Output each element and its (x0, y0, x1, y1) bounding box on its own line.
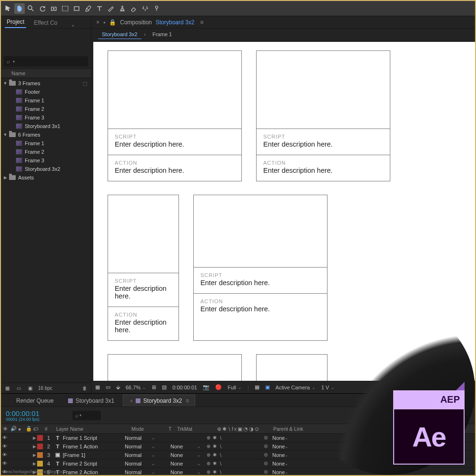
layer-parent[interactable]: None (270, 452, 285, 458)
mask-icon[interactable]: ▭ (106, 384, 110, 390)
tool-pin[interactable] (151, 3, 162, 14)
layer-switches[interactable]: ⊕ ✱ ∖ (205, 435, 261, 440)
layer-parent[interactable]: None (270, 444, 285, 449)
mode-dropdown-icon[interactable]: ⌄ (151, 470, 159, 475)
tab-effects[interactable]: Effect Co (32, 18, 59, 28)
parent-dropdown-icon[interactable]: ⌄ (285, 453, 292, 457)
tree-comp-sb3x2[interactable]: Storyboard 3x2 (1, 165, 91, 173)
layer-switches[interactable]: ⊕ ✱ ∖ (205, 452, 261, 457)
tool-rect[interactable] (71, 3, 82, 14)
layer-color-swatch[interactable] (37, 435, 43, 441)
parent-pickwhip-icon[interactable]: ⊚ (261, 469, 270, 475)
layer-search[interactable]: ⌕▾ (72, 411, 101, 420)
tool-select[interactable] (3, 3, 13, 14)
tool-hand[interactable] (14, 3, 25, 14)
parent-dropdown-icon[interactable]: ⌄ (285, 444, 292, 449)
layer-color-swatch[interactable] (37, 444, 43, 449)
layer-visible-toggle[interactable]: 👁 (1, 461, 9, 466)
col-solo-icon[interactable]: ● (16, 426, 24, 432)
snapshot-icon[interactable]: 📷 (203, 384, 209, 390)
layer-visible-toggle[interactable]: 👁 (1, 452, 9, 457)
mode-dropdown-icon[interactable]: ⌄ (151, 444, 159, 449)
aspect-icon[interactable]: ⊞ (152, 384, 156, 390)
layer-name[interactable]: Frame 1 Script (61, 435, 122, 441)
flowchart-icon[interactable]: ⬚ (83, 81, 87, 86)
tree-comp-sb3x1[interactable]: Storyboard 3x1 (1, 122, 91, 130)
mode-dropdown-icon[interactable]: ⌄ (151, 461, 159, 466)
viewer-menu-icon[interactable]: ≡ (200, 19, 203, 26)
tool-text[interactable] (94, 3, 105, 14)
transparency-icon[interactable]: ▦ (255, 384, 259, 390)
layer-parent[interactable]: None (270, 435, 285, 441)
tool-region[interactable] (60, 3, 70, 14)
layer-mode[interactable]: Normal (122, 469, 151, 475)
layer-mode[interactable]: Normal (122, 435, 151, 441)
panel-overflow-icon[interactable]: » (72, 23, 74, 28)
parent-pickwhip-icon[interactable]: ⊚ (261, 435, 270, 441)
tool-pen[interactable] (83, 3, 93, 14)
col-label-icon[interactable]: 🏷 (31, 426, 43, 432)
layer-trkmat[interactable]: None (168, 452, 197, 458)
tool-roto[interactable] (140, 3, 150, 14)
layer-visible-toggle[interactable]: 👁 (1, 444, 9, 449)
guides-icon[interactable]: ⬙ (116, 384, 120, 390)
tool-orbit[interactable] (37, 3, 48, 14)
layer-twirl[interactable]: ▶ (31, 461, 37, 466)
crumb-child[interactable]: Frame 1 (149, 30, 176, 39)
trash-icon[interactable]: 🗑 (81, 385, 88, 392)
lock-icon[interactable]: 🔒 (109, 19, 116, 26)
pin-icon[interactable]: ▪ (103, 19, 105, 26)
3d-icon[interactable]: ▣ (265, 384, 270, 390)
layer-parent[interactable]: None (270, 469, 285, 475)
layer-mode[interactable]: Normal (122, 452, 151, 458)
layer-switches[interactable]: ⊕ ✱ ∖ (205, 469, 261, 475)
tree-comp-frame1a[interactable]: Frame 1 (1, 96, 91, 105)
script-text[interactable]: Enter description here. (263, 140, 383, 148)
layer-trkmat[interactable]: None (168, 461, 197, 466)
layer-switches[interactable]: ⊕ ✱ ∖ (205, 461, 261, 466)
action-text[interactable]: Enter description here. (200, 305, 320, 313)
tab-project[interactable]: Project (5, 17, 26, 28)
layer-color-swatch[interactable] (37, 461, 43, 466)
tree-folder-assets[interactable]: ▶Assets (1, 173, 91, 182)
parent-pickwhip-icon[interactable]: ⊚ (261, 443, 270, 449)
tree-comp-frame3a[interactable]: Frame 3 (1, 113, 91, 122)
layer-name[interactable]: Frame 1 Action (61, 444, 122, 449)
tab-sb3x2[interactable]: ×Storyboard 3x2≡ (123, 395, 195, 407)
script-text[interactable]: Enter description here. (115, 285, 172, 300)
tree-comp-frame3b[interactable]: Frame 3 (1, 156, 91, 165)
close-tab-icon[interactable]: × (96, 19, 99, 26)
tree-comp-footer[interactable]: Footer (1, 88, 91, 96)
layer-trkmat[interactable]: None (168, 444, 197, 449)
trk-dropdown-icon[interactable]: ⌄ (197, 461, 205, 466)
mode-dropdown-icon[interactable]: ⌄ (151, 453, 159, 457)
timecode[interactable]: 0:00:00:01 (6, 409, 72, 417)
layer-switches[interactable]: ⊕ ✱ ∖ (205, 444, 261, 449)
time-display[interactable]: 0:00:00:01 (172, 385, 197, 390)
col-video-icon[interactable]: 👁 (1, 426, 9, 432)
interpret-icon[interactable]: ▦ (4, 385, 10, 392)
tree-folder-3frames[interactable]: ▼3 Frames⬚ (1, 79, 91, 88)
trk-dropdown-icon[interactable]: ⌄ (197, 470, 205, 475)
res-icon[interactable]: ▧ (162, 384, 167, 390)
layer-parent[interactable]: None (270, 461, 285, 466)
tree-comp-frame1b[interactable]: Frame 1 (1, 139, 91, 148)
new-comp-icon[interactable]: ▣ (27, 385, 33, 392)
action-text[interactable]: Enter description here. (115, 167, 235, 174)
tool-brush[interactable] (106, 3, 116, 14)
layer-color-swatch[interactable] (37, 452, 43, 458)
tree-comp-frame2b[interactable]: Frame 2 (1, 148, 91, 156)
zoom-dropdown[interactable]: 66.7% (126, 385, 146, 390)
col-lock-icon[interactable]: 🔒 (24, 426, 31, 432)
parent-dropdown-icon[interactable]: ⌄ (285, 470, 292, 475)
parent-dropdown-icon[interactable]: ⌄ (285, 461, 292, 466)
layer-twirl[interactable]: ▶ (31, 436, 37, 440)
script-text[interactable]: Enter description here. (115, 140, 235, 148)
tab-menu-icon[interactable]: ≡ (186, 397, 189, 404)
layer-visible-toggle[interactable]: 👁 (1, 435, 9, 440)
action-text[interactable]: Enter description here. (263, 167, 383, 174)
header-comp-name[interactable]: Storyboard 3x2 (156, 19, 194, 26)
layer-name[interactable]: Frame 2 Script (61, 461, 122, 466)
tab-sb3x1[interactable]: Storyboard 3x1 (62, 395, 120, 407)
tab-render-queue[interactable]: Render Queue (10, 395, 60, 407)
